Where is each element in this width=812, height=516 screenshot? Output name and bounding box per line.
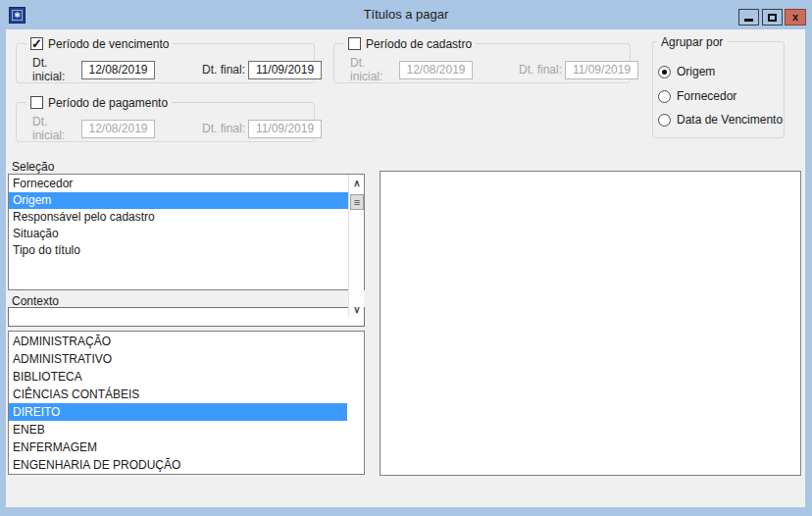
radio-label: Fornecedor — [677, 89, 736, 103]
pagamento-dt-inicial-input — [81, 120, 155, 138]
list-item[interactable]: Fornecedor — [9, 176, 364, 192]
legend-periodo-cadastro: Período de cadastro — [344, 36, 476, 51]
list-item[interactable]: ENFERMAGEM — [9, 439, 347, 456]
scrollbar-thumb[interactable]: ≡ — [350, 194, 364, 210]
dt-final-label: Dt. final: — [202, 122, 248, 135]
dt-inicial-label: Dt. inicial: — [32, 115, 81, 142]
cadastro-dt-inicial-input — [399, 61, 473, 79]
radio-option-origem[interactable]: Origem — [658, 65, 715, 78]
vencimento-dates: Dt. inicial: Dt. final: — [32, 56, 322, 83]
list-item[interactable]: ADMINISTRAÇÃO — [9, 333, 347, 350]
cadastro-checkbox[interactable] — [348, 37, 361, 50]
results-panel — [380, 171, 801, 476]
list-item[interactable]: ENEB — [9, 421, 347, 439]
client-area: Período de vencimento Dt. inicial: Dt. f… — [6, 29, 805, 507]
dt-inicial-label: Dt. inicial: — [32, 56, 81, 83]
radio-label: Data de Vencimento — [677, 113, 783, 127]
maximize-icon — [768, 14, 777, 22]
list-item[interactable]: BIBLIOTECA — [9, 368, 347, 386]
list-item[interactable]: ADMINISTRATIVO — [9, 350, 347, 368]
window-title: Títulos a pagar — [0, 7, 812, 22]
dt-final-label: Dt. final: — [519, 63, 565, 77]
legend-periodo-pagamento: Período de pagamento — [26, 95, 172, 110]
pagamento-dates: Dt. inicial: Dt. final: — [32, 115, 322, 142]
pagamento-checkbox[interactable] — [30, 96, 43, 109]
titlebar: ✱ Títulos a pagar x — [0, 0, 812, 29]
vencimento-dt-final-input[interactable] — [248, 61, 322, 79]
radio-option-fornecedor[interactable]: Fornecedor — [658, 89, 736, 103]
scroll-down-icon[interactable]: ∨ — [349, 301, 365, 317]
contexto-listbox: ADMINISTRAÇÃOADMINISTRATIVOBIBLIOTECACIÊ… — [8, 331, 365, 475]
pagamento-label: Período de pagamento — [48, 96, 168, 110]
contexto-scrollbar: ∧ ≡ ∨ — [348, 175, 364, 317]
radio-icon — [658, 90, 671, 103]
legend-agrupar-por: Agrupar por — [657, 34, 727, 49]
dt-final-label: Dt. final: — [202, 63, 248, 77]
vencimento-label: Período de vencimento — [48, 37, 169, 51]
selecao-label: Seleção — [12, 160, 54, 174]
selecao-listbox: FornecedorOrigemResponsável pelo cadastr… — [8, 174, 365, 290]
close-icon: x — [792, 12, 798, 23]
radio-icon — [658, 66, 671, 78]
radio-option-data-de-vencimento[interactable]: Data de Vencimento — [658, 113, 783, 127]
agrupar-label: Agrupar por — [661, 35, 723, 49]
contexto-input[interactable] — [8, 307, 365, 327]
radio-label: Origem — [677, 65, 715, 78]
radio-icon — [658, 114, 671, 127]
vencimento-checkbox[interactable] — [30, 37, 43, 50]
list-item[interactable]: Responsável pelo cadastro — [9, 209, 364, 226]
contexto-label: Contexto — [12, 294, 59, 308]
list-item[interactable]: Origem — [9, 192, 364, 209]
cadastro-dt-final-input — [565, 61, 638, 79]
maximize-button[interactable] — [762, 9, 783, 26]
legend-periodo-vencimento: Período de vencimento — [26, 36, 173, 51]
minimize-button[interactable] — [738, 9, 759, 26]
minimize-icon — [744, 19, 753, 22]
cadastro-dates: Dt. inicial: Dt. final: — [350, 56, 638, 83]
pagamento-dt-final-input — [248, 120, 322, 138]
dialog-window: ✱ Títulos a pagar x Período de venciment… — [0, 0, 812, 516]
list-item[interactable]: ENGENHARIA DE PRODUÇÃO — [9, 456, 347, 474]
close-button[interactable]: x — [785, 9, 806, 26]
cadastro-label: Período de cadastro — [366, 37, 472, 51]
list-item[interactable]: Situação — [9, 226, 364, 242]
list-item[interactable]: CIÊNCIAS CONTÁBEIS — [9, 386, 347, 403]
list-item[interactable]: DIREITO — [9, 403, 347, 421]
dt-inicial-label: Dt. inicial: — [350, 56, 399, 83]
scroll-up-icon[interactable]: ∧ — [349, 175, 365, 190]
list-item[interactable]: Tipo do título — [9, 242, 364, 259]
vencimento-dt-inicial-input[interactable] — [81, 61, 155, 79]
